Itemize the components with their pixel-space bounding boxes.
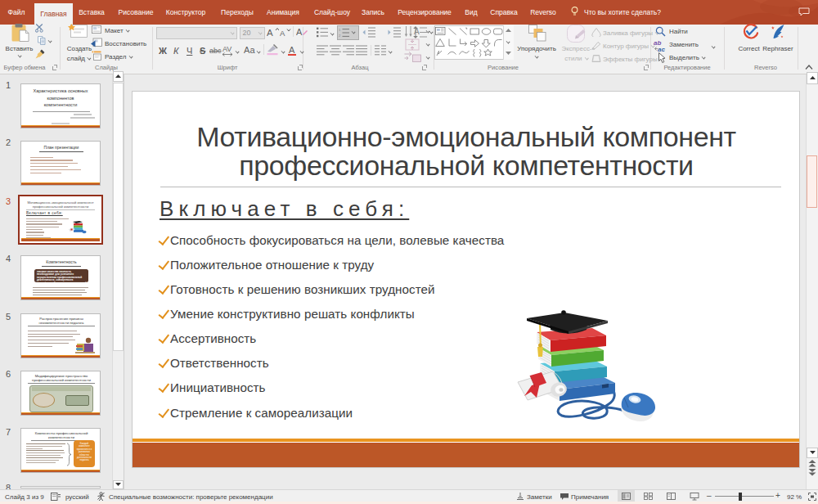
svg-text:А: А	[280, 29, 285, 38]
svg-text:1: 1	[339, 28, 341, 32]
svg-text:А: А	[296, 27, 303, 37]
svg-text:2: 2	[339, 33, 341, 37]
svg-text:ac: ac	[658, 46, 665, 52]
svg-text:А: А	[267, 28, 273, 38]
svg-text:А: А	[414, 27, 420, 36]
